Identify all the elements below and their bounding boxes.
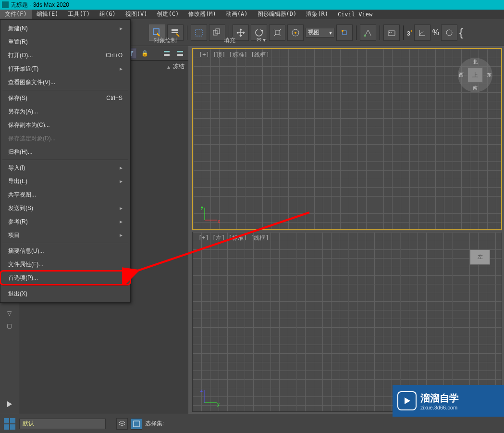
submenu-arrow-icon: ▸ (120, 65, 123, 72)
viewcube-north: 北 (473, 59, 478, 65)
brace-icon[interactable]: { (459, 26, 463, 39)
ref-coord-dropdown[interactable]: 视图 ▾ (306, 28, 334, 37)
grid (193, 232, 502, 412)
menu-summary-info[interactable]: 摘要信息(U)... (0, 244, 130, 258)
svg-rect-17 (164, 51, 170, 52)
separator (356, 25, 356, 40)
axis-x-label: x (218, 219, 220, 224)
menu-save[interactable]: 保存(S)Ctrl+S (0, 91, 130, 105)
menu-file[interactable]: 文件(F) (0, 10, 32, 19)
curve-editor-icon[interactable] (131, 418, 142, 430)
separator (403, 25, 404, 40)
menu-graph[interactable]: 图形编辑器(D) (253, 10, 302, 19)
menu-group[interactable]: 组(G) (95, 10, 121, 19)
viewport-layout-icon[interactable] (3, 417, 16, 431)
display-col-icon[interactable] (161, 48, 172, 59)
menu-import[interactable]: 导入(I)▸ (0, 161, 130, 174)
menu-view[interactable]: 视图(V) (121, 10, 152, 19)
view-cube-left[interactable]: 左 (470, 249, 490, 265)
svg-rect-20 (177, 54, 183, 56)
manipulate-icon[interactable] (360, 25, 376, 41)
submenu-arrow-icon: ▸ (120, 164, 123, 171)
file-menu-dropdown: 新建(N)▸ 重置(R) 打开(O)...Ctrl+O 打开最近(T)▸ 查看图… (0, 19, 131, 303)
svg-rect-26 (134, 421, 139, 427)
grid (193, 49, 501, 229)
svg-rect-0 (153, 29, 159, 35)
menu-project[interactable]: 项目▸ (0, 228, 130, 242)
keyboard-shortcut-icon[interactable] (383, 25, 400, 41)
pivot-icon[interactable] (336, 25, 353, 41)
svg-point-9 (295, 32, 296, 34)
svg-rect-19 (177, 51, 183, 52)
triangle-down-icon[interactable]: ▽ (5, 309, 14, 318)
menu-civil[interactable]: Civil View (333, 10, 377, 19)
menu-separator (2, 160, 128, 160)
axis-y-label: y (217, 401, 220, 407)
menu-bar: 文件(F) 编辑(E) 工具(T) 组(G) 视图(V) 创建(C) 修改器(M… (0, 10, 504, 19)
lock-icon[interactable]: 🔒 (139, 48, 150, 59)
menu-archive[interactable]: 归档(H)... (0, 145, 130, 159)
layer-dropdown[interactable]: 默认 (19, 419, 106, 429)
watermark-url: zixue.3d66.com (420, 405, 459, 410)
submenu-arrow-icon: ▸ (120, 218, 123, 225)
menu-share-view[interactable]: 共享视图... (0, 188, 130, 201)
viewport-left-label[interactable]: [+] [左] [标准] [线框] (198, 234, 269, 242)
menu-export[interactable]: 导出(E)▸ (0, 174, 130, 188)
svg-rect-18 (164, 54, 170, 56)
axis-y-label: y (201, 205, 203, 210)
placement-icon[interactable] (287, 25, 304, 41)
viewcube-west: 西 (459, 72, 464, 78)
viewport-top-label[interactable]: [+] [顶] [标准] [线框] (199, 51, 270, 59)
ref-coord-label: 视图 (308, 28, 320, 37)
menu-reset[interactable]: 重置(R) (0, 35, 130, 49)
play-icon[interactable] (5, 399, 14, 409)
percent-snap-icon[interactable]: % (432, 28, 439, 37)
viewport-top[interactable]: [+] [顶] [标准] [线框] 北 南 西 东 上 x y (192, 48, 502, 230)
menu-separator (2, 243, 128, 243)
frozen-label: 冻结 (173, 62, 184, 71)
menu-view-image[interactable]: 查看图像文件(V)... (0, 75, 130, 89)
envelope-icon[interactable]: ✉ ▾ (257, 37, 266, 45)
menu-reference[interactable]: 参考(R)▸ (0, 215, 130, 228)
menu-render[interactable]: 渲染(R) (301, 10, 333, 19)
layer-manager-icon[interactable] (116, 418, 128, 430)
title-bar: 无标题 - 3ds Max 2020 (0, 0, 504, 10)
scale-icon[interactable] (269, 25, 285, 41)
svg-rect-1 (172, 29, 178, 31)
menu-modifier[interactable]: 修改器(M) (184, 10, 221, 19)
menu-save-copy[interactable]: 保存副本为(C)... (0, 118, 130, 132)
menu-save-as[interactable]: 另存为(A)... (0, 105, 130, 118)
clipboard-icon[interactable]: ▢ (5, 321, 14, 331)
svg-rect-12 (364, 35, 366, 37)
svg-point-6 (256, 29, 262, 36)
svg-rect-15 (391, 32, 392, 33)
menu-send-to[interactable]: 发送到(S)▸ (0, 201, 130, 215)
display-col2-icon[interactable] (175, 48, 185, 59)
menu-file-props[interactable]: 文件属性(F)... (0, 258, 130, 271)
app-icon (2, 1, 9, 8)
menu-exit[interactable]: 退出(X) (0, 287, 130, 300)
viewcube-face[interactable]: 上 (467, 67, 483, 83)
menu-create[interactable]: 创建(C) (152, 10, 184, 19)
submenu-arrow-icon: ▸ (120, 232, 123, 238)
viewcube-east: 东 (487, 72, 492, 78)
menu-animation[interactable]: 动画(A) (221, 10, 253, 19)
menu-open[interactable]: 打开(O)...Ctrl+O (0, 49, 130, 62)
menu-preferences[interactable]: 首选项(P)... (0, 271, 130, 285)
view-cube-top[interactable]: 北 南 西 东 上 (458, 58, 492, 92)
menu-new[interactable]: 新建(N)▸ (0, 22, 130, 35)
menu-edit[interactable]: 编辑(E) (32, 10, 63, 19)
angle-snap-icon[interactable] (414, 25, 430, 41)
svg-rect-2 (172, 32, 178, 33)
snap-3-icon[interactable]: 3› (407, 27, 412, 37)
layer-label: 默认 (23, 420, 34, 428)
menu-open-recent[interactable]: 打开最近(T)▸ (0, 62, 130, 75)
spinner-snap-icon[interactable] (441, 25, 457, 41)
selection-set-label: 选择集: (145, 420, 164, 428)
viewcube-south: 南 (473, 85, 478, 91)
axis-z-label: z (200, 387, 203, 393)
chevron-down-icon: ▾ (329, 29, 332, 36)
watermark-play-icon (397, 391, 417, 410)
menu-tools[interactable]: 工具(T) (63, 10, 95, 19)
svg-rect-14 (389, 32, 390, 33)
